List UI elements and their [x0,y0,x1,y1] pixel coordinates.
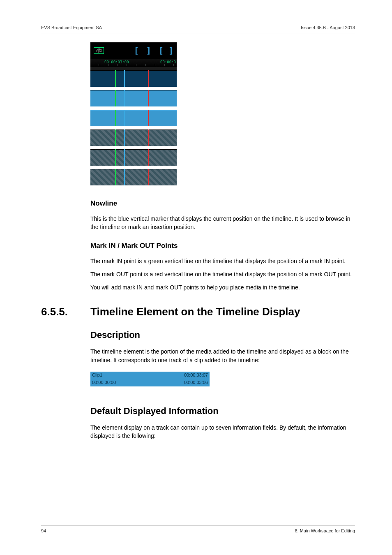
mark-in-line [115,70,116,87]
nowline-marker [124,70,125,87]
nowline-paragraph: This is the blue vertical marker that di… [90,215,355,231]
marks-paragraph-3: You will add mark IN and mark OUT points… [90,283,355,291]
clip-name: Clip1 [92,372,102,379]
audio-track-2 [90,149,177,166]
chapter-label: 6. Main Workspace for Editing [295,528,355,534]
section-number: 6.5.5. [41,304,90,320]
mark-out-icon[interactable]: ] [146,46,151,55]
clip-tc-bottom-left: 00:00:00:00 [92,379,116,386]
description-heading: Description [90,328,355,342]
timeline-ruler: 00:00:03:00 00:00:0 [90,59,177,67]
video-track-2 [90,90,177,106]
page-footer: 94 6. Main Workspace for Editing [41,525,355,534]
nowline-heading: Nowline [90,199,355,209]
marks-paragraph-1: The mark IN point is a green vertical li… [90,257,355,265]
header-right: Issue 4.35.B - August 2013 [301,25,355,31]
default-info-paragraph: The element display on a track can conta… [90,423,355,440]
mark-inout-icon[interactable]: [ ] [159,46,173,55]
clip-tc-bottom-right: 00:00:03:06 [184,379,208,386]
vfx-button[interactable]: v|fx [94,47,104,54]
section-title: Timeline Element on the Timeline Display [90,304,300,320]
video-track-1 [90,70,177,87]
description-paragraph: The timeline element is the portion of t… [90,347,355,364]
mark-in-icon[interactable]: [ [134,46,139,55]
clip-element: Clip1 00:00:03:07 00:00:00:00 00:00:03:0… [90,372,210,386]
mark-out-line [148,70,149,87]
timeline-screenshot: v|fx [ ] [ ] 00:00:03:00 00:00:0 [90,42,177,185]
header-left: EVS Broadcast Equipment SA [41,25,102,31]
audio-track-1 [90,130,177,146]
marks-heading: Mark IN / Mark OUT Points [90,241,355,251]
page-header: EVS Broadcast Equipment SA Issue 4.35.B … [41,25,355,33]
marks-paragraph-2: The mark OUT point is a red vertical lin… [90,270,355,278]
default-info-heading: Default Displayed Information [90,405,355,418]
clip-tc-top: 00:00:03:07 [184,372,208,379]
timeline-toolbar: v|fx [ ] [ ] [90,42,177,59]
audio-track-3 [90,169,177,185]
video-track-3 [90,110,177,126]
page-number: 94 [41,528,46,534]
